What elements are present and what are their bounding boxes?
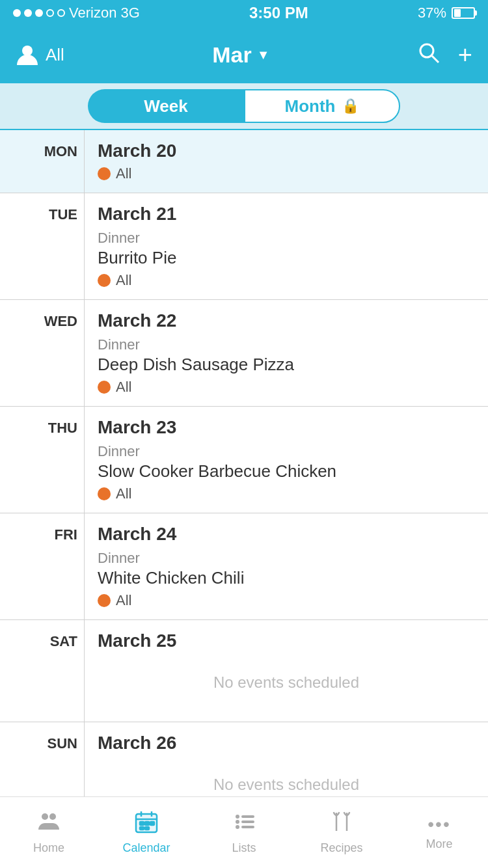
meal-type-tue: Dinner [98,230,475,247]
day-row-mon[interactable]: MON March 20 All [0,130,488,193]
meal-name-tue: Burrito Pie [98,248,475,268]
dot-2 [24,9,32,17]
nav-item-more[interactable]: ••• More [394,814,485,851]
app-header: All Mar ▼ + [0,26,488,83]
svg-rect-14 [145,822,149,825]
day-name-wed: WED [13,313,77,330]
status-right: 37% [418,5,475,21]
day-date-sun: March 26 [98,733,475,753]
status-time: 3:50 PM [249,4,308,22]
day-col-wed: WED [0,300,85,406]
day-col-thu: THU [0,407,85,513]
day-content-wed: March 22 Dinner Deep Dish Sausage Pizza … [85,300,488,406]
calendar-list: MON March 20 All TUE March 21 Dinner Bur… [0,130,488,824]
user-label: All [46,45,64,65]
dropdown-arrow-icon: ▼ [257,47,270,62]
meal-name-fri: White Chicken Chili [98,568,475,588]
svg-point-19 [236,820,239,824]
day-date-wed: March 22 [98,310,475,331]
month-selector[interactable]: Mar ▼ [212,42,269,68]
signal-dots [13,9,65,17]
meal-type-thu: Dinner [98,443,475,460]
day-content-fri: March 24 Dinner White Chicken Chili All [85,513,488,619]
month-tab-label: Month [285,96,336,116]
bottom-nav: Home Calendar [0,796,488,868]
day-col-tue: TUE [0,193,85,299]
recipes-icon [330,810,353,839]
svg-rect-13 [140,822,144,825]
svg-rect-15 [150,822,154,825]
tag-label-mon: All [116,165,131,182]
battery-percent: 37% [418,5,446,21]
tag-label-tue: All [116,272,131,289]
svg-rect-22 [241,821,254,823]
orange-dot-wed [98,381,111,394]
day-date-mon: March 20 [98,141,475,161]
svg-point-0 [22,46,33,56]
calendar-icon [135,810,158,839]
home-icon [37,810,61,839]
day-content-tue: March 21 Dinner Burrito Pie All [85,193,488,299]
day-date-fri: March 24 [98,524,475,545]
tag-label-fri: All [116,592,131,609]
nav-item-lists[interactable]: Lists [198,810,290,855]
week-tab[interactable]: Week [88,89,244,123]
orange-dot-thu [98,487,111,500]
day-row-fri[interactable]: FRI March 24 Dinner White Chicken Chili … [0,513,488,620]
user-icon [16,43,39,66]
day-date-thu: March 23 [98,417,475,438]
header-actions: + [418,41,472,69]
day-content-sat: March 25 No events scheduled [85,620,488,722]
carrier-label: Verizon [69,5,116,21]
battery-icon [452,7,475,19]
nav-item-recipes[interactable]: Recipes [296,810,387,855]
tag-label-thu: All [116,485,131,502]
dot-5 [57,9,65,17]
nav-label-home: Home [33,841,64,855]
day-col-sat: SAT [0,620,85,722]
day-col-fri: FRI [0,513,85,619]
dot-3 [35,9,43,17]
orange-dot-tue [98,274,111,287]
day-date-tue: March 21 [98,204,475,224]
nav-label-lists: Lists [232,841,256,855]
status-bar: Verizon 3G 3:50 PM 37% [0,0,488,26]
nav-label-calendar: Calendar [122,841,170,855]
month-tab[interactable]: Month 🔒 [244,89,400,123]
meal-tag-wed: All [98,379,475,396]
svg-rect-17 [145,827,149,830]
meal-type-fri: Dinner [98,550,475,567]
day-name-sat: SAT [13,633,77,650]
meal-name-wed: Deep Dish Sausage Pizza [98,355,475,375]
view-toggle: Week Month 🔒 [0,83,488,130]
day-row-thu[interactable]: THU March 23 Dinner Slow Cooker Barbecue… [0,407,488,513]
battery-fill [454,9,461,17]
day-name-thu: THU [13,420,77,437]
svg-point-8 [49,813,56,820]
search-icon[interactable] [418,42,440,68]
day-col-mon: MON [0,130,85,193]
network-label: 3G [120,5,139,21]
orange-dot-mon [98,167,111,180]
svg-point-18 [236,815,239,819]
no-events-sat: No events scheduled [98,654,475,711]
user-section[interactable]: All [16,43,64,66]
dot-1 [13,9,21,17]
more-icon: ••• [427,814,450,835]
month-label: Mar [212,42,251,68]
meal-tag-mon: All [98,165,475,182]
day-date-sat: March 25 [98,631,475,651]
nav-item-calendar[interactable]: Calendar [101,810,192,855]
meal-name-thu: Slow Cooker Barbecue Chicken [98,461,475,481]
svg-rect-23 [241,826,254,828]
nav-item-home[interactable]: Home [3,810,94,855]
day-row-tue[interactable]: TUE March 21 Dinner Burrito Pie All [0,193,488,300]
day-name-sun: SUN [13,735,77,752]
nav-label-recipes: Recipes [320,841,362,855]
lists-icon [232,810,256,839]
day-row-wed[interactable]: WED March 22 Dinner Deep Dish Sausage Pi… [0,300,488,407]
day-row-sat[interactable]: SAT March 25 No events scheduled [0,620,488,722]
add-icon[interactable]: + [458,41,472,69]
day-name-fri: FRI [13,526,77,543]
meal-tag-tue: All [98,272,475,289]
